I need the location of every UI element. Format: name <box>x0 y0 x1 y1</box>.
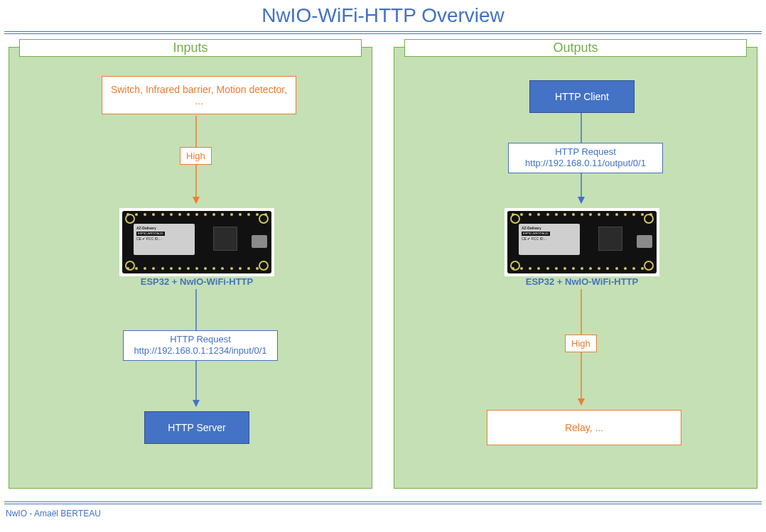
inputs-request-url: http://192.168.0.1:1234/input/0/1 <box>129 345 271 357</box>
outputs-signal-label: High <box>565 335 597 352</box>
usb-port-icon <box>252 235 267 248</box>
outputs-panel: Outputs HTTP Client HTTP Request http://… <box>394 47 757 489</box>
outputs-request-url: http://192.168.0.11/output/0/1 <box>514 158 657 169</box>
top-rule <box>4 31 762 34</box>
esp32-board-inputs: AZ-Delivery ESP32-WROOM-32 CE ✔ FCC ID:.… <box>119 208 274 276</box>
page-title: NwIO-WiFi-HTTP Overview <box>0 4 766 27</box>
outputs-target-box: Relay, ... <box>487 410 681 445</box>
mcu-chip-icon <box>598 227 622 251</box>
inputs-signal-label: High <box>180 147 212 165</box>
wroom-shield-icon: AZ-Delivery ESP32-WROOM-32 CE ✔ FCC ID:.… <box>134 224 195 255</box>
outputs-request-label: HTTP Request http://192.168.0.11/output/… <box>508 143 663 173</box>
inputs-device-caption: ESP32 + NwIO-WiFi-HTTP <box>116 276 278 287</box>
inputs-target-box: HTTP Server <box>144 411 249 444</box>
wroom-shield-icon: AZ-Delivery ESP32-WROOM-32 CE ✔ FCC ID:.… <box>519 224 580 255</box>
mcu-chip-icon <box>213 227 237 251</box>
inputs-request-label: HTTP Request http://192.168.0.1:1234/inp… <box>123 330 278 361</box>
outputs-source-box: HTTP Client <box>529 80 635 113</box>
footer-text: NwIO - Amaël BERTEAU <box>6 509 760 519</box>
inputs-request-label-text: HTTP Request <box>129 334 271 345</box>
outputs-header: Outputs <box>404 39 747 57</box>
esp32-board-outputs: AZ-Delivery ESP32-WROOM-32 CE ✔ FCC ID:.… <box>505 208 659 276</box>
usb-port-icon <box>637 235 652 248</box>
inputs-header: Inputs <box>19 39 362 57</box>
panels-row: Inputs Switch, Infrared barrier, Motion … <box>0 47 766 489</box>
inputs-source-box: Switch, Infrared barrier, Motion detecto… <box>102 76 296 114</box>
outputs-device-caption: ESP32 + NwIO-WiFi-HTTP <box>501 276 663 287</box>
outputs-request-label-text: HTTP Request <box>514 146 657 158</box>
bottom-rule <box>4 501 762 504</box>
inputs-panel: Inputs Switch, Infrared barrier, Motion … <box>9 47 372 489</box>
